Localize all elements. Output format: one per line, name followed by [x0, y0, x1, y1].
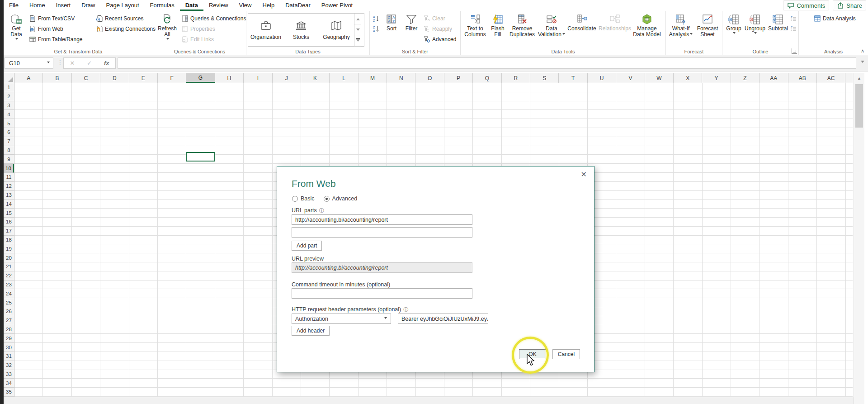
url-part-input-1[interactable]: http://accounting.bi/accounting/report — [292, 214, 472, 225]
column-header-B[interactable]: B — [43, 73, 71, 83]
row-header-9[interactable]: 9 — [4, 155, 14, 164]
row-header-8[interactable]: 8 — [4, 146, 14, 155]
expand-formula-bar-icon[interactable] — [861, 61, 864, 65]
gallery-down-button[interactable] — [354, 24, 361, 35]
selected-cell[interactable] — [186, 152, 215, 162]
row-header-27[interactable]: 27 — [4, 316, 14, 325]
column-header-Z[interactable]: Z — [731, 73, 760, 83]
row-header-2[interactable]: 2 — [4, 92, 14, 101]
sort-az-button[interactable]: AZ — [371, 14, 382, 23]
column-header-F[interactable]: F — [158, 73, 186, 83]
row-header-16[interactable]: 16 — [4, 218, 14, 227]
column-header-G[interactable]: G — [186, 73, 215, 83]
name-box[interactable]: G10 — [5, 57, 53, 69]
manage-data-model-button[interactable]: Manage Data Model — [632, 12, 662, 47]
row-header-4[interactable]: 4 — [4, 110, 14, 119]
column-header-P[interactable]: P — [444, 73, 473, 83]
row-header-15[interactable]: 15 — [4, 209, 14, 218]
sort-za-button[interactable]: ZA — [371, 24, 382, 33]
comments-button[interactable]: Comments — [783, 0, 829, 10]
queries-connections-button[interactable]: Queries & Connections — [180, 14, 244, 23]
menu-tab-view[interactable]: View — [234, 0, 257, 11]
cancel-entry-icon[interactable]: ✕ — [70, 60, 75, 67]
row-header-1[interactable]: 1 — [4, 83, 14, 92]
row-header-21[interactable]: 21 — [4, 262, 14, 271]
data-type-stocks[interactable]: Stocks — [283, 14, 319, 46]
cancel-button[interactable]: Cancel — [552, 349, 580, 359]
get-data-button[interactable]: Get Data — [5, 12, 28, 47]
menu-tab-help[interactable]: Help — [257, 0, 280, 11]
row-header-11[interactable]: 11 — [4, 173, 14, 182]
text-to-columns-button[interactable]: Text to Columns — [462, 12, 488, 47]
menu-tab-file[interactable]: File — [4, 0, 24, 11]
menu-tab-review[interactable]: Review — [203, 0, 234, 11]
column-header-J[interactable]: J — [273, 73, 301, 83]
data-type-organization[interactable]: Organization — [248, 14, 283, 46]
row-header-10[interactable]: 10 — [4, 164, 14, 173]
add-part-button[interactable]: Add part — [292, 241, 322, 251]
menu-tab-draw[interactable]: Draw — [76, 0, 100, 11]
insert-function-icon[interactable]: fx — [104, 60, 109, 67]
column-header-K[interactable]: K — [301, 73, 330, 83]
column-header-M[interactable]: M — [359, 73, 387, 83]
url-part-input-2[interactable] — [292, 227, 472, 238]
basic-radio[interactable]: Basic — [292, 195, 315, 202]
formula-input[interactable] — [118, 57, 856, 69]
refresh-all-button[interactable]: Refresh All — [155, 12, 180, 47]
advanced-filter-button[interactable]: Advanced — [422, 34, 459, 44]
row-header-23[interactable]: 23 — [4, 280, 14, 290]
menu-tab-power-pivot[interactable]: Power Pivot — [316, 0, 358, 11]
row-header-6[interactable]: 6 — [4, 128, 14, 137]
advanced-radio[interactable]: Advanced — [324, 195, 358, 202]
timeout-input[interactable] — [292, 288, 472, 299]
column-header-H[interactable]: H — [215, 73, 244, 83]
column-header-AB[interactable]: AB — [788, 73, 817, 83]
consolidate-button[interactable]: Consolidate — [566, 12, 598, 47]
column-header-W[interactable]: W — [645, 73, 674, 83]
row-header-25[interactable]: 25 — [4, 298, 14, 307]
menu-tab-data[interactable]: Data — [180, 0, 203, 11]
remove-duplicates-button[interactable]: Remove Duplicates — [507, 12, 537, 47]
menu-tab-insert[interactable]: Insert — [51, 0, 76, 11]
data-analysis-button[interactable]: Data Analysis — [800, 14, 857, 23]
row-header-29[interactable]: 29 — [4, 334, 14, 343]
row-header-32[interactable]: 32 — [4, 361, 14, 370]
ungroup-button[interactable]: Ungroup — [744, 12, 766, 47]
confirm-entry-icon[interactable]: ✓ — [87, 60, 92, 67]
menu-tab-page-layout[interactable]: Page Layout — [101, 0, 145, 11]
column-header-Y[interactable]: Y — [702, 73, 731, 83]
column-header-AC[interactable]: AC — [817, 73, 845, 83]
column-header-L[interactable]: L — [330, 73, 358, 83]
column-header-R[interactable]: R — [502, 73, 530, 83]
column-header-U[interactable]: U — [588, 73, 616, 83]
header-value-input[interactable]: Bearer eyJhbGciOiJIUzUxMiJ9.eyJzdW — [398, 314, 488, 324]
subtotal-button[interactable]: Subtotal — [766, 12, 790, 47]
column-header-AA[interactable]: AA — [760, 73, 788, 83]
row-header-3[interactable]: 3 — [4, 101, 14, 110]
column-header-V[interactable]: V — [616, 73, 645, 83]
forecast-sheet-button[interactable]: Forecast Sheet — [694, 12, 721, 47]
column-header-O[interactable]: O — [415, 73, 444, 83]
share-button[interactable]: Share — [833, 0, 866, 10]
gallery-up-button[interactable] — [354, 14, 361, 24]
group-button[interactable]: Group — [724, 12, 744, 47]
flash-fill-button[interactable]: Flash Fill — [488, 12, 507, 47]
menu-tab-datadear[interactable]: DataDear — [280, 0, 316, 11]
column-header-X[interactable]: X — [674, 73, 702, 83]
hide-detail-icon[interactable] — [790, 25, 797, 33]
row-header-22[interactable]: 22 — [4, 271, 14, 280]
column-header-S[interactable]: S — [530, 73, 559, 83]
row-header-31[interactable]: 31 — [4, 352, 14, 361]
close-icon[interactable]: ✕ — [581, 170, 587, 179]
row-header-17[interactable]: 17 — [4, 227, 14, 236]
menu-tab-formulas[interactable]: Formulas — [145, 0, 180, 11]
row-header-34[interactable]: 34 — [4, 379, 14, 388]
recent-sources-button[interactable]: Recent Sources — [94, 14, 151, 23]
row-header-26[interactable]: 26 — [4, 307, 14, 316]
collapse-ribbon-icon[interactable]: ∧ — [861, 48, 864, 54]
column-header-E[interactable]: E — [129, 73, 158, 83]
existing-connections-button[interactable]: Existing Connections — [94, 24, 151, 33]
row-header-5[interactable]: 5 — [4, 119, 14, 128]
from-web-button[interactable]: From Web — [28, 24, 94, 33]
data-validation-button[interactable]: Data Validation — [537, 12, 566, 47]
